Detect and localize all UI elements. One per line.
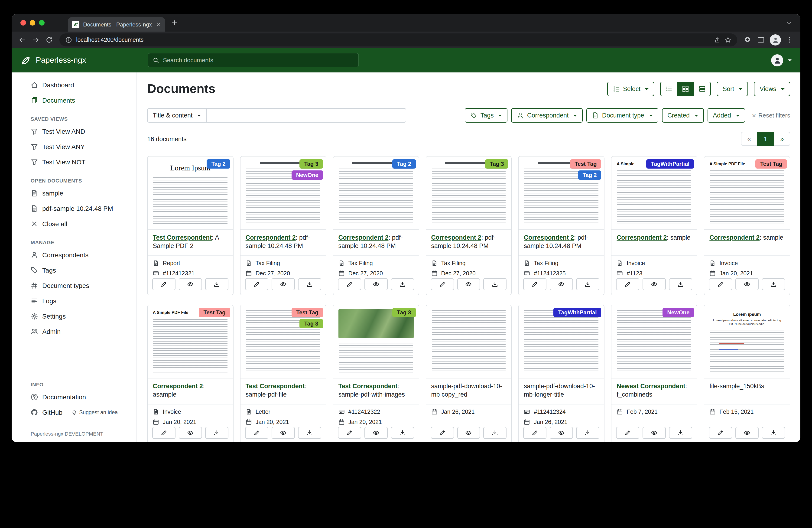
download-button[interactable] [205,278,229,290]
document-card[interactable]: A Simple PDF File Test Tag Correspondent… [704,156,790,295]
edit-button[interactable] [245,278,269,290]
tag-pill[interactable]: NewOne [663,308,694,317]
correspondent-link[interactable]: Correspondent 2 [338,234,388,241]
document-card[interactable]: Test TagTag 3 Test Correspondent: sample… [240,305,327,442]
filter-correspondent-button[interactable]: Correspondent [511,108,583,123]
sidebar-item-dashboard[interactable]: Dashboard [12,77,136,92]
download-button[interactable] [669,427,692,439]
edit-button[interactable] [616,427,639,439]
extensions-icon[interactable] [741,34,754,46]
tag-pill[interactable]: Test Tag [199,308,230,317]
back-button[interactable] [16,34,28,46]
tab-close-icon[interactable] [156,22,161,27]
document-card[interactable]: TagWithPartial sample-pdf-download-10-mb… [518,305,605,442]
view-button[interactable] [735,427,759,439]
tag-pill[interactable]: Tag 3 [485,159,509,169]
window-minimize-button[interactable] [30,20,35,26]
tag-pill[interactable]: Tag 2 [207,159,230,169]
correspondent-link[interactable]: Correspondent 2 [524,234,574,241]
document-card[interactable]: Lorem ipsum Lorem ipsum dolor sit amet, … [704,305,790,442]
correspondent-link[interactable]: Correspondent 2 [709,234,759,241]
document-thumbnail[interactable]: Tag 3NewOne [241,157,326,230]
views-button[interactable]: Views [754,82,790,96]
tag-pill[interactable]: Tag 3 [300,319,323,328]
filter-created-button[interactable]: Created [662,108,704,123]
correspondent-link[interactable]: Correspondent 2 [246,234,296,241]
document-card[interactable]: Tag 2 Correspondent 2: pdf-sample 10.24.… [333,156,419,295]
view-button[interactable] [179,427,202,439]
sidebar-item-settings[interactable]: Settings [12,308,136,324]
edit-button[interactable] [709,278,732,290]
document-thumbnail[interactable]: Tag 3 [333,305,419,379]
sidebar-item-close-all[interactable]: Close all [12,216,136,231]
edit-button[interactable] [431,278,454,290]
tab-list-chevron-icon[interactable] [786,20,792,26]
view-button[interactable] [457,427,480,439]
sidebar-item-test-view-and[interactable]: Test View AND [12,124,136,139]
view-button[interactable] [550,427,573,439]
search-input[interactable] [163,57,354,63]
reset-filters-button[interactable]: × Reset filters [752,112,790,119]
edit-button[interactable] [338,427,361,439]
filter-document-type-button[interactable]: Document type [586,108,658,123]
tag-pill[interactable]: TagWithPartial [646,159,694,169]
browser-profile-avatar[interactable] [770,34,781,45]
document-card[interactable]: Test TagTag 2 Correspondent 2: pdf-sampl… [518,156,605,295]
sidebar-item-github[interactable]: GitHub Suggest an idea [12,404,136,420]
sidebar-item-admin[interactable]: Admin [12,324,136,339]
document-thumbnail[interactable]: TagWithPartial [519,305,604,379]
download-button[interactable] [669,278,692,290]
pagination-page-1[interactable]: 1 [757,132,774,146]
view-grid-button[interactable] [677,82,694,96]
document-thumbnail[interactable]: Tag 3 [426,157,511,230]
sidebar-item-correspondents[interactable]: Correspondents [12,247,136,262]
document-thumbnail[interactable]: Test TagTag 2 [519,157,604,230]
view-button[interactable] [642,278,666,290]
user-menu[interactable] [771,54,792,67]
document-card[interactable]: Tag 3 Correspondent 2: pdf-sample 10.24.… [425,156,512,295]
reload-button[interactable] [43,34,55,46]
share-icon[interactable] [714,37,721,43]
sidebar-item-tags[interactable]: Tags [12,262,136,278]
edit-button[interactable] [616,278,639,290]
address-bar[interactable]: localhost:4200/documents [59,33,737,46]
view-detail-button[interactable] [694,82,711,96]
view-button[interactable] [179,278,202,290]
tag-pill[interactable]: NewOne [291,170,323,180]
download-button[interactable] [298,278,321,290]
pagination-prev[interactable]: « [741,132,757,146]
filter-added-button[interactable]: Added [707,108,745,123]
document-thumbnail[interactable]: NewOne [612,305,697,379]
filter-tags-button[interactable]: Tags [465,108,508,123]
document-thumbnail[interactable]: A Simple PDF File Test Tag [704,157,790,230]
document-thumbnail[interactable]: A Simple PDF File Test Tag [148,305,233,379]
filter-field-selector[interactable]: Title & content [147,108,207,123]
browser-tab[interactable]: Documents - Paperless-ngx [68,17,165,32]
pagination-next[interactable]: » [774,132,790,146]
correspondent-link[interactable]: Newest Correspondent [617,383,685,390]
tag-pill[interactable]: Tag 3 [300,159,323,169]
document-card[interactable]: A Simple PDF File Test Tag Correspondent… [147,305,233,442]
bookmark-star-icon[interactable] [725,37,731,43]
correspondent-link[interactable]: Test Correspondent [338,383,397,390]
view-list-button[interactable] [661,82,678,96]
download-button[interactable] [576,278,599,290]
correspondent-link[interactable]: Test Correspondent [153,234,212,241]
edit-button[interactable] [431,427,454,439]
download-button[interactable] [762,278,785,290]
browser-menu-icon[interactable] [784,34,796,46]
edit-button[interactable] [338,278,361,290]
sidebar-item-test-view-any[interactable]: Test View ANY [12,139,136,154]
download-button[interactable] [298,427,321,439]
document-card[interactable]: Tag 3NewOne Correspondent 2: pdf-sample … [240,156,327,295]
tag-pill[interactable]: Tag 2 [578,170,601,180]
tag-pill[interactable]: Tag 3 [392,308,416,317]
sidebar-item-logs[interactable]: Logs [12,293,136,308]
document-thumbnail[interactable]: Lorem ipsum Lorem ipsum dolor sit amet, … [704,305,790,379]
new-tab-button[interactable] [171,19,178,26]
sidebar-item-pdf-sample-10-24-48-pm[interactable]: pdf-sample 10.24.48 PM [12,201,136,216]
sidebar-item-documents[interactable]: Documents [12,92,136,108]
suggest-idea-link[interactable]: Suggest an idea [71,409,118,415]
download-button[interactable] [762,427,785,439]
download-button[interactable] [205,427,229,439]
